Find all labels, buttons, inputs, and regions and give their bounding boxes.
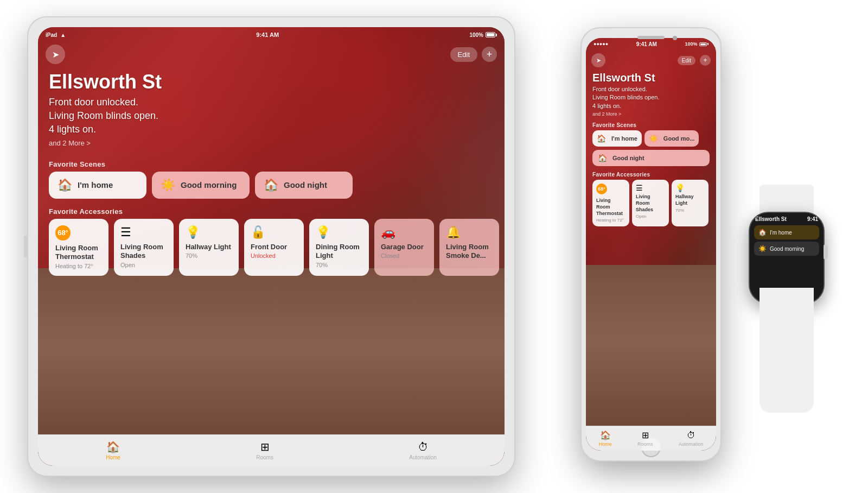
iphone-scene-night-icon: 🏠	[598, 154, 607, 162]
iphone-top-right: Edit +	[678, 55, 711, 66]
scene-icon-im-home: 🏠	[58, 178, 72, 192]
iphone-status-line1: Front door unlocked.	[592, 85, 710, 93]
iphone-thermostat-icon: 68°	[596, 184, 607, 194]
iphone-device: ●●●●● 9:41 AM 100% ➤ Edit	[580, 27, 722, 462]
scene-name-good-morning: Good morning	[181, 180, 237, 189]
accessory-front-door[interactable]: 🔓 Front Door Unlocked	[244, 219, 304, 276]
iphone-edit-button[interactable]: Edit	[678, 56, 695, 65]
more-link[interactable]: and 2 More >	[38, 137, 505, 156]
iphone-accessory-shades[interactable]: ☰ Living Room Shades Open	[632, 180, 669, 226]
accessory-shades[interactable]: ☰ Living Room Shades Open	[114, 219, 174, 276]
scene-card-good-night[interactable]: 🏠 Good night	[255, 172, 353, 199]
scene-name-im-home: I'm home	[78, 180, 113, 189]
ipad-tab-bar: 🏠 Home ⊞ Rooms ⏱ Automation	[38, 434, 505, 466]
ipad-home-content: Ellsworth St Front door unlocked. Living…	[38, 65, 505, 466]
tab-automation-icon: ⏱	[418, 441, 429, 453]
accessory-thermostat[interactable]: 68° Living Room Thermostat Heating to 72…	[49, 219, 108, 276]
watch-device: Ellsworth St 9:41 🏠 I'm home ☀️ Good mor…	[732, 185, 841, 413]
iphone-accessories-label: Favorite Accessories	[586, 169, 716, 180]
iphone-status-bar: ●●●●● 9:41 AM 100%	[586, 38, 716, 50]
iphone-location-title: Ellsworth St	[586, 68, 716, 85]
wifi-icon: ▲	[60, 32, 66, 38]
iphone-light-icon: 💡	[675, 184, 705, 192]
status-bar-right: 100%	[469, 32, 497, 38]
tab-rooms[interactable]: ⊞ Rooms	[245, 438, 284, 463]
tab-home-label: Home	[106, 454, 120, 460]
iphone-screen-container: ●●●●● 9:41 AM 100% ➤ Edit	[586, 38, 716, 451]
dining-light-status: 70%	[316, 262, 362, 268]
add-button[interactable]: +	[482, 47, 497, 62]
tab-rooms-label: Rooms	[256, 454, 273, 460]
main-scene: iPad ▲ 9:41 AM 100% ➤	[0, 0, 868, 493]
garage-icon: 🚗	[381, 225, 427, 239]
battery-percent: 100%	[469, 32, 483, 38]
ipad-screen-container: iPad ▲ 9:41 AM 100% ➤	[38, 27, 505, 466]
iphone-status-left: ●●●●●	[593, 41, 608, 47]
accessories-section-label: Favorite Accessories	[38, 203, 505, 219]
shades-name: Living Room Shades	[120, 243, 167, 261]
iphone-home-content: Ellsworth St Front door unlocked. Living…	[586, 68, 716, 451]
top-right-buttons: Edit +	[450, 47, 497, 62]
thermostat-name: Living Room Thermostat	[55, 244, 102, 262]
scene-card-im-home[interactable]: 🏠 I'm home	[49, 172, 146, 199]
accessory-garage[interactable]: 🚗 Garage Door Closed	[374, 219, 434, 276]
iphone-accessories-row: 68° Living Room Thermostat Heating to 72…	[586, 180, 716, 226]
accessory-dining-light[interactable]: 💡 Dining Room Light 70%	[309, 219, 369, 276]
iphone-scene-morning-name: Good mo...	[663, 135, 694, 142]
hallway-light-icon: 💡	[186, 225, 232, 239]
watch-scene-home-icon: 🏠	[758, 229, 767, 236]
watch-scene-morning[interactable]: ☀️ Good morning	[754, 242, 819, 256]
iphone-shades-name: Living Room Shades	[636, 194, 665, 213]
iphone-scene-morning[interactable]: ☀️ Good mo...	[644, 130, 699, 147]
watch-crown[interactable]	[824, 244, 828, 260]
iphone-tab-automation[interactable]: ⏱ Automation	[673, 429, 709, 448]
iphone-more-link[interactable]: and 2 More >	[586, 110, 716, 120]
iphone-scene-night[interactable]: 🏠 Good night	[592, 150, 710, 166]
iphone-shades-icon: ☰	[636, 184, 665, 192]
tab-rooms-icon: ⊞	[260, 440, 270, 453]
watch-scene-morning-name: Good morning	[770, 246, 804, 252]
iphone-scene-morning-icon: ☀️	[649, 134, 658, 143]
smoke-name: Living Room Smoke De...	[446, 243, 493, 261]
iphone-status-line3: 4 lights on.	[592, 102, 710, 110]
watch-scene-home[interactable]: 🏠 I'm home	[754, 225, 819, 239]
location-button[interactable]: ➤	[46, 45, 65, 64]
scene-card-good-morning[interactable]: ☀️ Good morning	[152, 172, 250, 199]
iphone-tab-rooms[interactable]: ⊞ Rooms	[632, 429, 659, 448]
garage-name: Garage Door	[381, 243, 427, 252]
shades-status: Open	[120, 262, 167, 268]
iphone-scene-home-name: I'm home	[611, 135, 637, 142]
iphone-status-time: 9:41 AM	[636, 41, 657, 47]
watch-scenes-list: 🏠 I'm home ☀️ Good morning	[750, 223, 824, 258]
thermostat-icon: 68°	[55, 225, 71, 241]
watch-location: Ellsworth St	[755, 216, 787, 222]
iphone-status-line2: Living Room blinds open.	[592, 93, 710, 102]
scenes-row: 🏠 I'm home ☀️ Good morning 🏠 Good night	[38, 172, 505, 203]
tab-automation[interactable]: ⏱ Automation	[398, 439, 448, 463]
iphone-accessory-thermostat[interactable]: 68° Living Room Thermostat Heating to 72…	[592, 180, 629, 226]
iphone-status-text: Front door unlocked. Living Room blinds …	[586, 85, 716, 110]
iphone-tab-home[interactable]: 🏠 Home	[593, 429, 617, 448]
watch-scene-morning-icon: ☀️	[758, 245, 767, 252]
iphone-accessory-light[interactable]: 💡 Hallway Light 70%	[672, 180, 709, 226]
ipad-top-controls: ➤ Edit +	[46, 45, 497, 64]
watch-band-bottom	[760, 288, 814, 413]
iphone-tab-bar: 🏠 Home ⊞ Rooms ⏱ Automation	[586, 426, 716, 451]
home-status-text: Front door unlocked. Living Room blinds …	[38, 96, 505, 137]
scene-icon-good-night: 🏠	[264, 178, 278, 192]
iphone-add-button[interactable]: +	[700, 55, 711, 66]
edit-button[interactable]: Edit	[450, 47, 477, 62]
ipad-side-button	[24, 236, 28, 257]
ipad-device: iPad ▲ 9:41 AM 100% ➤	[27, 16, 515, 477]
accessory-hallway-light[interactable]: 💡 Hallway Light 70%	[179, 219, 239, 276]
scenes-section-label: Favorite Scenes	[38, 156, 505, 172]
iphone-scene-home[interactable]: 🏠 I'm home	[592, 130, 642, 147]
watch-time: 9:41	[807, 216, 818, 222]
iphone-location-button[interactable]: ➤	[591, 53, 605, 67]
iphone-light-name: Hallway Light	[675, 194, 705, 206]
tab-home[interactable]: 🏠 Home	[95, 438, 131, 463]
scene-icon-good-morning: ☀️	[161, 178, 175, 192]
accessory-smoke[interactable]: 🔔 Living Room Smoke De...	[439, 219, 499, 276]
front-door-status: Unlocked	[251, 252, 297, 259]
tab-home-icon: 🏠	[106, 440, 120, 453]
